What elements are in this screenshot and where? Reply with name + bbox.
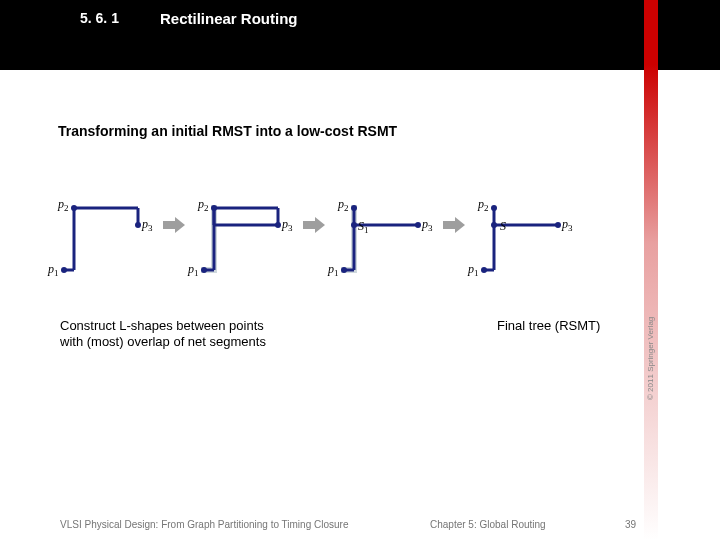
arrow-icon — [443, 217, 465, 233]
header-corner — [0, 0, 70, 70]
diagram-panel-2: p2 p3 p1 — [190, 195, 308, 285]
copyright-text: © 2011 Springer Verlag — [646, 317, 655, 400]
svg-point-18 — [201, 267, 207, 273]
arrow-icon — [303, 217, 325, 233]
slide-footer: VLSI Physical Design: From Graph Partiti… — [0, 510, 720, 530]
footer-page-number: 39 — [625, 519, 636, 530]
label-p3: p3 — [562, 217, 573, 233]
svg-marker-7 — [163, 217, 185, 233]
label-p3: p3 — [422, 217, 433, 233]
label-p1: p1 — [328, 262, 339, 278]
svg-point-25 — [351, 205, 357, 211]
svg-point-34 — [491, 205, 497, 211]
label-p2: p2 — [338, 197, 349, 213]
diagram-row: p2 p3 p1 p2 p3 p1 — [50, 195, 650, 315]
svg-point-27 — [341, 267, 347, 273]
caption-right: Final tree (RSMT) — [497, 318, 600, 333]
slide-title: Rectilinear Routing — [160, 10, 298, 27]
svg-point-36 — [481, 267, 487, 273]
caption-left-line1: Construct L-shapes between points — [60, 318, 266, 334]
diagram-panel-4: p2 S p3 p1 — [470, 195, 588, 285]
svg-marker-19 — [303, 217, 325, 233]
label-p1: p1 — [188, 262, 199, 278]
svg-point-26 — [415, 222, 421, 228]
label-p3: p3 — [282, 217, 293, 233]
label-s: S — [500, 219, 506, 234]
diagram-panel-3: p2 S1 p3 p1 — [330, 195, 448, 285]
label-p1: p1 — [48, 262, 59, 278]
svg-point-6 — [61, 267, 67, 273]
svg-point-28 — [351, 222, 357, 228]
section-number: 5. 6. 1 — [80, 10, 119, 26]
svg-point-37 — [491, 222, 497, 228]
label-p3: p3 — [142, 217, 153, 233]
diagram-panel-1: p2 p3 p1 — [50, 195, 168, 285]
label-p1: p1 — [468, 262, 479, 278]
label-s1: S1 — [358, 219, 369, 235]
footer-center: Chapter 5: Global Routing — [430, 519, 546, 530]
svg-point-17 — [275, 222, 281, 228]
arrow-icon — [163, 217, 185, 233]
label-p2: p2 — [58, 197, 69, 213]
svg-point-5 — [135, 222, 141, 228]
caption-left-line2: with (most) overlap of net segments — [60, 334, 266, 350]
svg-point-16 — [211, 205, 217, 211]
svg-marker-29 — [443, 217, 465, 233]
slide-header: 5. 6. 1 Rectilinear Routing — [0, 0, 720, 70]
svg-point-4 — [71, 205, 77, 211]
caption-left: Construct L-shapes between points with (… — [60, 318, 266, 351]
footer-left: VLSI Physical Design: From Graph Partiti… — [60, 519, 348, 530]
label-p2: p2 — [198, 197, 209, 213]
subtitle: Transforming an initial RMST into a low-… — [58, 123, 397, 139]
svg-point-35 — [555, 222, 561, 228]
label-p2: p2 — [478, 197, 489, 213]
